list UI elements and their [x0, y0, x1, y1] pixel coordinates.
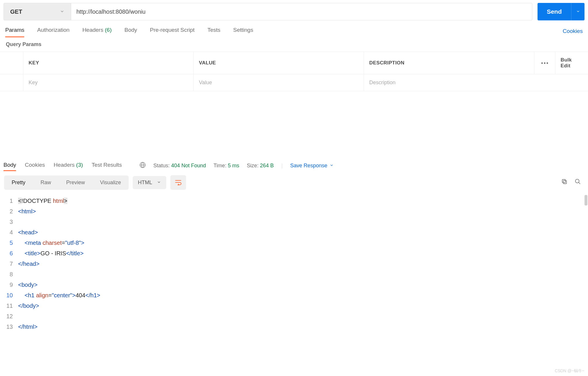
line-number: 13: [4, 321, 18, 332]
response-meta: Status: 404 Not Found Time: 5 ms Size: 2…: [139, 162, 334, 170]
svg-rect-5: [562, 180, 566, 183]
code-line: 7</head>: [4, 259, 584, 269]
tab-params[interactable]: Params: [5, 25, 24, 37]
http-method-select[interactable]: GET: [4, 3, 71, 20]
line-number: 9: [4, 280, 18, 290]
table-header-row: KEY VALUE DESCRIPTION Bulk Edit: [0, 52, 588, 74]
code-line: 2<html>: [4, 206, 584, 217]
bulk-edit-button[interactable]: Bulk Edit: [555, 52, 588, 74]
resp-tab-cookies[interactable]: Cookies: [25, 160, 45, 171]
key-input[interactable]: Key: [23, 74, 194, 91]
language-value: HTML: [138, 180, 152, 186]
url-value: http://localhost:8080/woniu: [76, 8, 146, 15]
description-input[interactable]: Description: [364, 74, 588, 91]
code-content: <title>GO - IRIS</title>: [18, 248, 84, 259]
cookies-link[interactable]: Cookies: [563, 28, 583, 34]
send-dropdown-button[interactable]: [571, 3, 584, 20]
tab-headers[interactable]: Headers (6): [82, 25, 111, 37]
tab-tests[interactable]: Tests: [207, 25, 220, 37]
code-line: 9<body>: [4, 280, 584, 290]
send-button-group: Send: [538, 3, 584, 20]
view-pretty[interactable]: Pretty: [4, 175, 33, 190]
dots-icon: [541, 62, 548, 64]
view-raw[interactable]: Raw: [33, 175, 59, 190]
response-action-icons: [561, 178, 584, 187]
svg-line-7: [579, 182, 580, 184]
scrollbar-thumb[interactable]: [584, 195, 587, 205]
body-view-toggle: Pretty Raw Preview Visualize: [4, 175, 129, 190]
time-block[interactable]: Time: 5 ms: [214, 163, 239, 169]
wrap-icon: [175, 180, 182, 185]
line-number: 1: [4, 196, 18, 206]
line-number: 4: [4, 227, 18, 238]
line-number: 5: [4, 238, 18, 248]
code-line: 10 <h1 align="center">404</h1>: [4, 290, 584, 301]
code-content: <html>: [18, 206, 36, 217]
code-content: <h1 align="center">404</h1>: [18, 290, 100, 301]
http-method-value: GET: [10, 8, 22, 15]
resp-tab-headers-count: (3): [76, 162, 83, 168]
chevron-down-icon: [60, 8, 64, 15]
svg-point-6: [575, 179, 579, 183]
row-checkbox-cell[interactable]: [0, 74, 23, 91]
chevron-down-icon: [330, 163, 334, 169]
line-number: 6: [4, 248, 18, 259]
status-block[interactable]: Status: 404 Not Found: [153, 163, 206, 169]
resp-tab-body[interactable]: Body: [4, 160, 16, 171]
copy-icon[interactable]: [561, 178, 568, 187]
tab-body[interactable]: Body: [125, 25, 137, 37]
line-number: 7: [4, 259, 18, 269]
view-preview[interactable]: Preview: [59, 175, 92, 190]
tab-headers-label: Headers: [82, 27, 103, 33]
code-content: <head>: [18, 227, 38, 238]
code-line: 11</body>: [4, 301, 584, 311]
code-line: 5 <meta charset="utf-8">: [4, 238, 584, 248]
col-more-button[interactable]: [534, 52, 555, 74]
tab-prerequest[interactable]: Pre-request Script: [150, 25, 195, 37]
save-response-link[interactable]: Save Response: [290, 163, 334, 169]
code-line: 1<!DOCTYPE html>: [4, 196, 584, 206]
code-line: 4<head>: [4, 227, 584, 238]
code-content: </html>: [18, 321, 38, 332]
globe-icon[interactable]: [139, 162, 146, 170]
col-value: VALUE: [194, 52, 364, 74]
line-number: 3: [4, 217, 18, 227]
line-number: 8: [4, 269, 18, 280]
line-number: 10: [4, 290, 18, 301]
query-params-title: Query Params: [0, 37, 588, 52]
query-params-table: KEY VALUE DESCRIPTION Bulk Edit Key Valu…: [0, 52, 588, 91]
request-tabs: Params Authorization Headers (6) Body Pr…: [0, 23, 588, 37]
resp-tab-headers[interactable]: Headers (3): [54, 160, 83, 171]
view-visualize[interactable]: Visualize: [92, 175, 129, 190]
send-button[interactable]: Send: [538, 3, 571, 20]
language-select[interactable]: HTML: [133, 176, 166, 189]
search-icon[interactable]: [575, 178, 581, 187]
code-content: </body>: [18, 301, 39, 311]
response-view-controls: Pretty Raw Preview Visualize HTML: [0, 171, 588, 194]
code-content: [18, 217, 20, 227]
url-input[interactable]: http://localhost:8080/woniu: [71, 3, 532, 20]
code-line: 6 <title>GO - IRIS</title>: [4, 248, 584, 259]
request-bar: GET http://localhost:8080/woniu Send: [0, 0, 588, 23]
line-number: 2: [4, 206, 18, 217]
resp-tab-test-results[interactable]: Test Results: [92, 160, 122, 171]
code-content: <!DOCTYPE html>: [18, 196, 67, 206]
chevron-down-icon: [157, 180, 161, 186]
code-content: </head>: [18, 259, 39, 269]
wrap-lines-button[interactable]: [170, 175, 186, 190]
code-line: 12: [4, 311, 584, 321]
tab-authorization[interactable]: Authorization: [37, 25, 69, 37]
tab-headers-count: (6): [105, 27, 111, 33]
table-row: Key Value Description: [0, 74, 588, 91]
code-content: [18, 269, 20, 280]
response-tabs: Body Cookies Headers (3) Test Results St…: [0, 155, 588, 171]
col-description: DESCRIPTION: [364, 52, 534, 74]
size-block[interactable]: Size: 264 B: [247, 163, 274, 169]
value-input[interactable]: Value: [194, 74, 364, 91]
svg-rect-4: [563, 180, 566, 184]
tab-settings[interactable]: Settings: [233, 25, 253, 37]
code-line: 3: [4, 217, 584, 227]
chevron-down-icon: [576, 9, 580, 14]
response-body-code[interactable]: 1<!DOCTYPE html>2<html>3 4<head>5 <meta …: [0, 194, 588, 338]
code-content: [18, 311, 20, 321]
